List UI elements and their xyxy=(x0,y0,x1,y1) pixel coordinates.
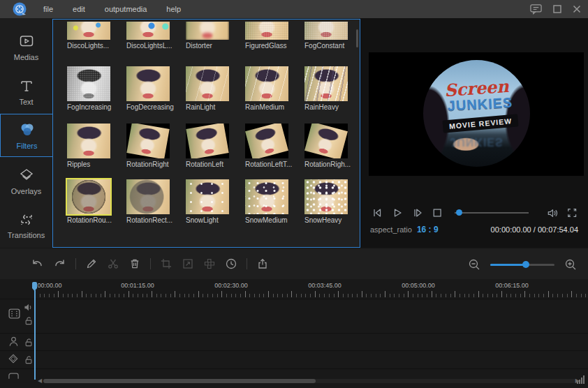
filter-thumbnail-snowmedium[interactable] xyxy=(245,179,288,214)
ruler-label: 00:06:15.00 xyxy=(495,282,529,289)
filter-preview-image xyxy=(245,66,288,101)
menu-help[interactable]: help xyxy=(156,0,191,18)
filter-item[interactable]: RotationRight xyxy=(126,124,170,168)
filter-item[interactable]: FiguredGlass xyxy=(245,22,288,50)
filter-label: RainMedium xyxy=(245,103,288,111)
scrollbar-handle[interactable] xyxy=(43,379,316,383)
menu-file[interactable]: file xyxy=(34,0,63,18)
export-button[interactable] xyxy=(256,258,269,270)
filter-item[interactable]: RainHeavy xyxy=(304,66,348,111)
resize-grip-icon[interactable] xyxy=(577,375,585,384)
zoom-clip-button[interactable] xyxy=(182,258,194,270)
track-lock-icon[interactable] xyxy=(24,355,33,364)
filter-thumbnail-figuredglass[interactable] xyxy=(245,22,288,40)
sidebar-item-transitions[interactable]: Transitions xyxy=(0,204,52,247)
duration-clock-button[interactable] xyxy=(225,258,237,270)
filter-item[interactable]: FogConstant xyxy=(304,22,348,50)
play-button[interactable] xyxy=(392,207,403,219)
filter-thumbnail-distorter[interactable] xyxy=(186,22,229,40)
filter-thumbnail-disco1[interactable] xyxy=(67,22,110,40)
filter-item[interactable]: RotationLeftT... xyxy=(245,124,288,168)
filter-item[interactable]: DiscoLights... xyxy=(67,22,110,50)
filter-item[interactable]: FogIncreasing xyxy=(67,66,110,111)
volume-icon[interactable] xyxy=(547,207,558,219)
window-controls xyxy=(530,0,581,18)
filter-thumbnail-snowlight[interactable] xyxy=(186,179,229,214)
video-preview[interactable]: Screen JUNKIES MOVIE REVIEW JUNKIES xyxy=(369,52,584,176)
timeline-scrollbar[interactable] xyxy=(43,379,577,383)
track-mute-speaker-icon[interactable] xyxy=(24,303,33,312)
filter-thumbnail-rainlight[interactable] xyxy=(186,66,229,101)
app-logo-film-reel-icon xyxy=(13,2,27,16)
filter-item[interactable]: DiscoLightsL... xyxy=(126,22,170,50)
filter-thumbnail-rotleftt[interactable] xyxy=(245,124,288,158)
fullscreen-icon[interactable] xyxy=(567,207,577,218)
next-frame-button[interactable] xyxy=(412,207,423,219)
redo-button[interactable] xyxy=(53,258,66,270)
sidebar-item-medias[interactable]: Medias xyxy=(0,25,52,68)
filter-item[interactable]: RotationLeft xyxy=(186,124,229,168)
ruler-label: 00:05:00.00 xyxy=(402,282,435,289)
playback-progress-slider[interactable] xyxy=(455,209,529,217)
scroll-left-arrow[interactable]: ◀ xyxy=(38,378,42,384)
filter-item[interactable]: RainLight xyxy=(186,66,229,111)
filter-thumbnail-snowheavy[interactable] xyxy=(304,179,348,214)
zoom-slider-knob[interactable] xyxy=(522,261,529,268)
close-icon[interactable] xyxy=(573,5,581,13)
filter-thumbnail-fogincreasing[interactable] xyxy=(67,66,110,101)
menu-outputmedia[interactable]: outputmedia xyxy=(95,0,157,18)
timeline-ruler[interactable]: 0:00:00.0000:01:15.0000:02:30.0000:03:45… xyxy=(0,282,588,290)
aspect-ratio[interactable]: aspect_ratio16 : 9 xyxy=(370,225,439,234)
filter-thumbnail-rotright[interactable] xyxy=(126,124,170,158)
filter-thumbnail-rotleft[interactable] xyxy=(186,124,229,158)
timeline-zoom-controls xyxy=(468,248,577,280)
playhead-line[interactable] xyxy=(34,290,36,380)
track-lock-icon[interactable] xyxy=(24,316,33,325)
mosaic-button[interactable] xyxy=(203,258,216,270)
filter-thumbnail-rainmedium[interactable] xyxy=(245,66,288,101)
filter-label: RainHeavy xyxy=(304,103,348,111)
filter-item[interactable]: Distorter xyxy=(186,22,229,50)
filter-item[interactable]: RotationRou... xyxy=(67,179,110,224)
menu-edit[interactable]: edit xyxy=(63,0,95,18)
aspect-ratio-value[interactable]: 16 : 9 xyxy=(417,225,439,234)
filter-thumbnail-ripples[interactable] xyxy=(67,124,110,158)
filter-thumbnail-rotround[interactable] xyxy=(67,179,110,214)
stop-button[interactable] xyxy=(432,207,442,218)
filter-item[interactable]: RotationRect... xyxy=(126,179,170,224)
filter-item[interactable]: RainMedium xyxy=(245,66,288,111)
filter-label: RotationRect... xyxy=(126,216,170,224)
maximize-icon[interactable] xyxy=(553,5,561,13)
crop-button[interactable] xyxy=(160,258,172,270)
feedback-bubble-icon[interactable] xyxy=(530,3,542,15)
timeline-zoom-slider[interactable] xyxy=(490,260,554,269)
filter-item[interactable]: FogDecreasing xyxy=(126,66,170,111)
zoom-out-icon[interactable] xyxy=(468,258,480,271)
delete-trash-button[interactable] xyxy=(128,258,141,270)
sidebar-item-filters[interactable]: Filters xyxy=(0,114,53,157)
filter-thumbnail-rotrightt[interactable] xyxy=(304,124,348,158)
filter-item[interactable]: RotationRigh... xyxy=(304,124,348,168)
filter-label: SnowMedium xyxy=(245,216,288,224)
filter-thumbnail-disco2[interactable] xyxy=(126,22,170,40)
filter-thumbnail-rotrect[interactable] xyxy=(126,179,170,214)
progress-knob[interactable] xyxy=(456,209,462,216)
filter-item[interactable]: SnowMedium xyxy=(245,179,288,224)
sidebar-item-text[interactable]: Text xyxy=(0,70,52,113)
filters-scrollbar[interactable] xyxy=(356,29,358,47)
filter-thumbnail-fogdecreasing[interactable] xyxy=(126,66,170,101)
undo-button[interactable] xyxy=(31,258,44,270)
filter-item[interactable]: SnowHeavy xyxy=(304,179,348,224)
filter-item[interactable]: Ripples xyxy=(67,124,110,168)
sidebar-item-overlays[interactable]: Overlays xyxy=(0,159,52,202)
previous-frame-button[interactable] xyxy=(372,207,383,219)
filter-item[interactable]: SnowLight xyxy=(186,179,229,224)
filter-label: RotationRight xyxy=(126,161,170,168)
sidebar-item-label: Transitions xyxy=(8,231,45,239)
filter-thumbnail-rainheavy[interactable] xyxy=(304,66,348,101)
track-lock-icon[interactable] xyxy=(24,338,33,347)
edit-pencil-button[interactable] xyxy=(85,258,98,270)
filter-thumbnail-fogconstant[interactable] xyxy=(304,22,348,40)
split-scissors-button[interactable] xyxy=(107,258,119,270)
zoom-in-icon[interactable] xyxy=(564,258,577,271)
